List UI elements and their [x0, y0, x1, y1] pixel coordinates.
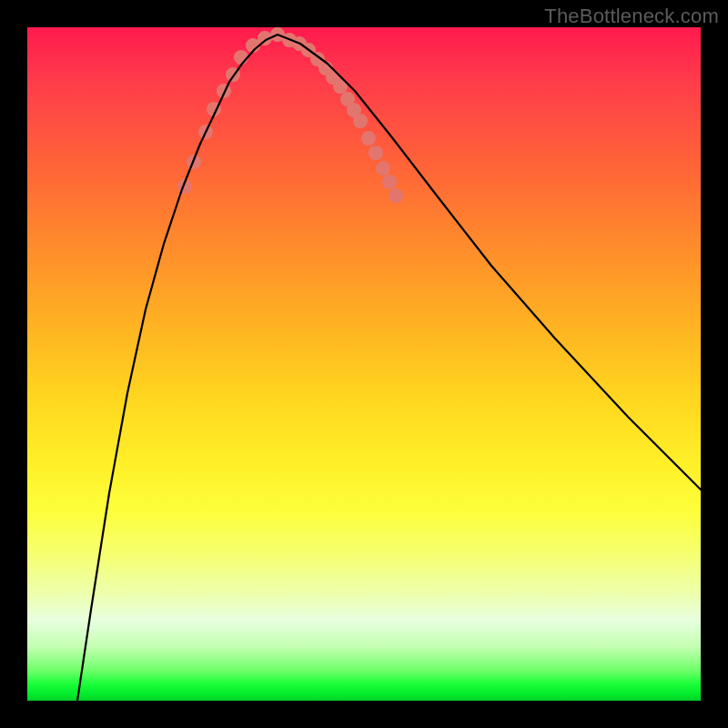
plot-area — [27, 27, 701, 701]
bottleneck-curve — [77, 35, 701, 701]
chart-frame: TheBottleneck.com — [0, 0, 728, 728]
curve-svg — [27, 27, 701, 701]
highlight-near-minimum — [185, 35, 396, 196]
watermark-label: TheBottleneck.com — [544, 5, 719, 28]
